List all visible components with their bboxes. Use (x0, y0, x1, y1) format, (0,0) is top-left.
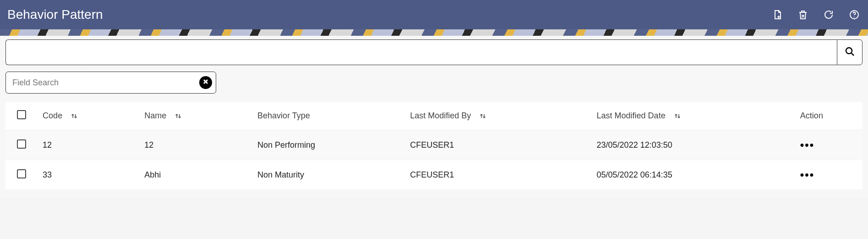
svg-point-2 (846, 48, 852, 54)
col-header-name[interactable]: Name (139, 102, 252, 130)
cell-name: 12 (139, 130, 252, 160)
col-label: Code (43, 111, 62, 120)
content-area: Code Name Behavior Type (0, 36, 868, 197)
col-header-behavior-type[interactable]: Behavior Type (252, 102, 404, 130)
table-row: 33 Abhi Non Maturity CFEUSER1 05/05/2022… (5, 160, 863, 190)
help-icon[interactable] (848, 8, 861, 21)
col-header-code[interactable]: Code (37, 102, 139, 130)
col-label: Last Modified By (410, 111, 471, 120)
cell-last-modified-date: 23/05/2022 12:03:50 (591, 130, 795, 160)
search-bar (5, 39, 863, 65)
cell-behavior-type: Non Maturity (252, 160, 404, 190)
cell-name: Abhi (139, 160, 252, 190)
cell-behavior-type: Non Performing (252, 130, 404, 160)
sort-icon[interactable] (175, 112, 181, 120)
sort-icon[interactable] (674, 112, 681, 120)
table-header-row: Code Name Behavior Type (5, 102, 863, 130)
new-document-icon[interactable] (771, 8, 784, 21)
col-label: Name (144, 111, 166, 120)
field-search-input[interactable] (6, 72, 199, 93)
search-button[interactable] (837, 39, 863, 65)
col-header-last-modified-date[interactable]: Last Modified Date (591, 102, 795, 130)
cell-last-modified-by: CFEUSER1 (404, 130, 591, 160)
table-row: 12 12 Non Performing CFEUSER1 23/05/2022… (5, 130, 863, 160)
svg-line-3 (852, 53, 854, 56)
cell-code: 12 (37, 130, 139, 160)
close-icon (202, 78, 209, 87)
clear-field-search-button[interactable] (199, 76, 212, 89)
row-checkbox[interactable] (17, 169, 26, 178)
cell-last-modified-by: CFEUSER1 (404, 160, 591, 190)
page-title: Behavior Pattern (7, 7, 103, 22)
header-actions (771, 8, 861, 21)
search-icon (844, 46, 855, 59)
row-actions-menu[interactable]: ••• (800, 139, 814, 151)
svg-point-1 (854, 17, 855, 17)
results-table: Code Name Behavior Type (5, 102, 863, 190)
sort-icon[interactable] (71, 112, 77, 120)
row-checkbox[interactable] (17, 139, 26, 149)
cell-last-modified-date: 05/05/2022 06:14:35 (591, 160, 795, 190)
decorative-strip (0, 29, 868, 36)
cell-code: 33 (37, 160, 139, 190)
sort-icon[interactable] (480, 112, 486, 120)
col-header-last-modified-by[interactable]: Last Modified By (404, 102, 591, 130)
field-search (5, 72, 216, 94)
col-label: Last Modified Date (597, 111, 666, 120)
row-actions-menu[interactable]: ••• (800, 168, 814, 181)
col-header-action: Action (795, 102, 863, 130)
col-label: Action (800, 111, 823, 120)
col-label: Behavior Type (257, 111, 310, 120)
select-all-checkbox[interactable] (17, 110, 26, 119)
search-input[interactable] (5, 39, 837, 65)
refresh-icon[interactable] (822, 8, 835, 21)
app-header: Behavior Pattern (0, 0, 868, 29)
results-table-card: Code Name Behavior Type (5, 102, 863, 190)
trash-icon[interactable] (797, 8, 809, 21)
